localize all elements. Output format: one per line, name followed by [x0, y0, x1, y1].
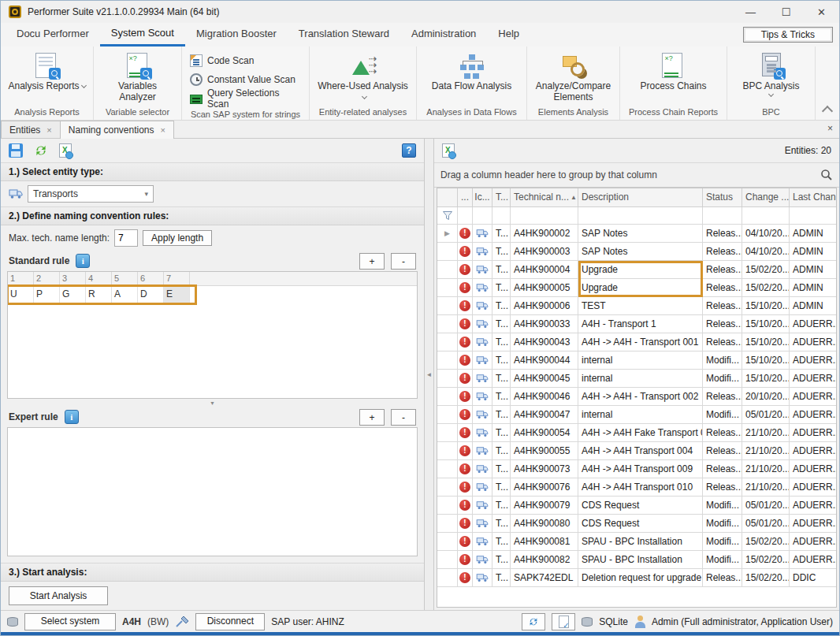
row-last-changed-cell[interactable]: ADUERR...: [790, 388, 836, 406]
table-row[interactable]: !T...A4HK900045internalModifi...15/10/20…: [437, 370, 836, 388]
row-change-date-cell[interactable]: 21/10/20...: [742, 424, 790, 442]
row-expand-cell[interactable]: [437, 333, 458, 351]
row-change-date-cell[interactable]: 15/02/20...: [742, 533, 790, 551]
row-status-text-cell[interactable]: Releas...: [703, 478, 742, 497]
table-row[interactable]: !T...A4HK900073A4H -> A4H Transport 009R…: [437, 460, 836, 478]
column-header[interactable]: Technical n...▲: [511, 188, 578, 206]
row-change-date-cell[interactable]: 15/10/20...: [742, 351, 790, 370]
filter-cell[interactable]: [511, 207, 578, 224]
row-status-text-cell[interactable]: Releas...: [703, 261, 742, 279]
row-status-text-cell[interactable]: Modifi...: [703, 551, 742, 569]
table-row[interactable]: !T...SAPK742EDLDeletion request for upgr…: [437, 569, 836, 587]
table-row[interactable]: !T...A4HK900080CDS RequestModifi...05/01…: [437, 515, 836, 533]
row-type-cell[interactable]: T...: [492, 279, 511, 297]
row-description-cell[interactable]: SAP Notes: [578, 243, 703, 261]
filter-cell[interactable]: [492, 207, 511, 224]
panel-splitter[interactable]: ◄: [425, 139, 434, 610]
rule-value-cell[interactable]: R: [86, 286, 112, 303]
row-technical-name-cell[interactable]: A4HK900002: [511, 225, 578, 243]
menu-translation-steward[interactable]: Translation Steward: [288, 23, 400, 46]
row-change-date-cell[interactable]: 15/02/20...: [742, 279, 790, 297]
entity-type-select[interactable]: Transports ▾: [28, 185, 154, 203]
sync-button[interactable]: [522, 613, 545, 630]
rule-value-cell[interactable]: P: [34, 286, 60, 303]
row-change-date-cell[interactable]: 15/02/20...: [742, 261, 790, 279]
tips-tricks-button[interactable]: Tips & Tricks: [743, 27, 833, 43]
table-row[interactable]: !T...A4HK900046A4H -> A4H - Transport 00…: [437, 388, 836, 406]
filter-cell[interactable]: [742, 207, 790, 224]
tab-close-icon[interactable]: ×: [46, 125, 51, 135]
disconnect-button[interactable]: Disconnect: [195, 613, 265, 630]
refresh-icon[interactable]: [34, 143, 48, 158]
row-description-cell[interactable]: A4H -> A4H - Transport 002: [578, 388, 703, 406]
analysis-reports-button[interactable]: Analysis Reports: [2, 51, 91, 91]
minimize-button[interactable]: —: [733, 1, 768, 23]
column-header[interactable]: Description: [578, 188, 703, 206]
row-status-text-cell[interactable]: Modifi...: [703, 370, 742, 388]
row-expand-cell[interactable]: [437, 551, 458, 569]
expand-arrow-icon[interactable]: ▶: [444, 225, 450, 242]
row-description-cell[interactable]: SAP Notes: [578, 225, 703, 243]
row-status-text-cell[interactable]: Releas...: [703, 279, 742, 297]
table-row[interactable]: ▶!T...A4HK900002SAP NotesReleas...04/10/…: [437, 225, 836, 243]
data-flow-analysis-button[interactable]: Data Flow Analysis: [426, 51, 518, 91]
row-last-changed-cell[interactable]: ADUERR...: [790, 551, 836, 569]
table-row[interactable]: !T...A4HK900005UpgradeReleas...15/02/20.…: [437, 279, 836, 297]
variables-analyzer-button[interactable]: Variables Analyzer: [94, 51, 181, 102]
row-expand-cell[interactable]: [437, 297, 458, 315]
row-type-cell[interactable]: T...: [492, 515, 511, 533]
rule-value-cell[interactable]: G: [60, 286, 86, 303]
row-description-cell[interactable]: internal: [578, 370, 703, 388]
row-status-text-cell[interactable]: Modifi...: [703, 533, 742, 551]
save-icon[interactable]: [9, 143, 23, 158]
row-change-date-cell[interactable]: 15/10/20...: [742, 315, 790, 333]
row-type-cell[interactable]: T...: [492, 261, 511, 279]
row-last-changed-cell[interactable]: ADMIN: [790, 297, 836, 315]
rule-value-cell[interactable]: U: [8, 286, 34, 303]
row-expand-cell[interactable]: [437, 515, 458, 533]
row-type-cell[interactable]: T...: [492, 442, 511, 460]
row-description-cell[interactable]: Upgrade: [578, 279, 703, 297]
row-description-cell[interactable]: A4H - Transport 1: [578, 315, 703, 333]
row-technical-name-cell[interactable]: A4HK900079: [511, 497, 578, 515]
rule-value-cell[interactable]: D: [138, 286, 164, 303]
filter-cell[interactable]: [703, 207, 742, 224]
menu-system-scout[interactable]: System Scout: [100, 23, 185, 46]
where-used-analysis-button[interactable]: Where-Used Analysis: [310, 51, 416, 102]
horizontal-splitter[interactable]: ▼: [1, 399, 424, 407]
table-row[interactable]: !T...A4HK900004UpgradeReleas...15/02/20.…: [437, 261, 836, 279]
grid-filter-row[interactable]: [437, 207, 836, 225]
row-description-cell[interactable]: A4H -> A4H Fake Transport 003: [578, 424, 703, 442]
row-change-date-cell[interactable]: 15/10/20...: [742, 297, 790, 315]
tabstrip-close-icon[interactable]: ×: [827, 123, 833, 134]
row-description-cell[interactable]: A4H -> A4H Transport 004: [578, 442, 703, 460]
table-row[interactable]: !T...A4HK900076A4H -> A4H Transport 010R…: [437, 478, 836, 497]
row-status-text-cell[interactable]: Releas...: [703, 315, 742, 333]
info-icon[interactable]: i: [76, 254, 90, 268]
rule-value-cell[interactable]: A: [112, 286, 138, 303]
row-technical-name-cell[interactable]: A4HK900005: [511, 279, 578, 297]
table-row[interactable]: !T...A4HK900044internalModifi...15/10/20…: [437, 351, 836, 370]
rule-value-cell[interactable]: E: [164, 286, 190, 303]
maximize-button[interactable]: ☐: [768, 1, 804, 23]
start-analysis-button[interactable]: Start Analysis: [9, 586, 108, 605]
row-description-cell[interactable]: Upgrade: [578, 261, 703, 279]
column-header[interactable]: Change ...: [742, 188, 790, 206]
constant-value-scan-button[interactable]: Constant Value Scan: [190, 72, 295, 87]
table-row[interactable]: !T...A4HK900047internalModifi...05/01/20…: [437, 406, 836, 424]
row-change-date-cell[interactable]: 21/10/20...: [742, 442, 790, 460]
row-last-changed-cell[interactable]: ADUERR...: [790, 424, 836, 442]
row-type-cell[interactable]: T...: [492, 569, 511, 587]
row-type-cell[interactable]: T...: [492, 243, 511, 261]
row-last-changed-cell[interactable]: ADMIN: [790, 225, 836, 243]
expert-rule-add-button[interactable]: +: [359, 409, 385, 426]
row-expand-cell[interactable]: [437, 388, 458, 406]
row-last-changed-cell[interactable]: ADUERR...: [790, 478, 836, 497]
excel-export-icon[interactable]: [59, 143, 72, 158]
column-header[interactable]: Ic...: [473, 188, 492, 206]
row-last-changed-cell[interactable]: ADMIN: [790, 243, 836, 261]
row-description-cell[interactable]: A4H -> A4H - Transport 001: [578, 333, 703, 351]
row-change-date-cell[interactable]: 05/01/20...: [742, 515, 790, 533]
info-icon[interactable]: i: [65, 410, 79, 424]
table-row[interactable]: !T...A4HK900003SAP NotesReleas...04/10/2…: [437, 243, 836, 261]
